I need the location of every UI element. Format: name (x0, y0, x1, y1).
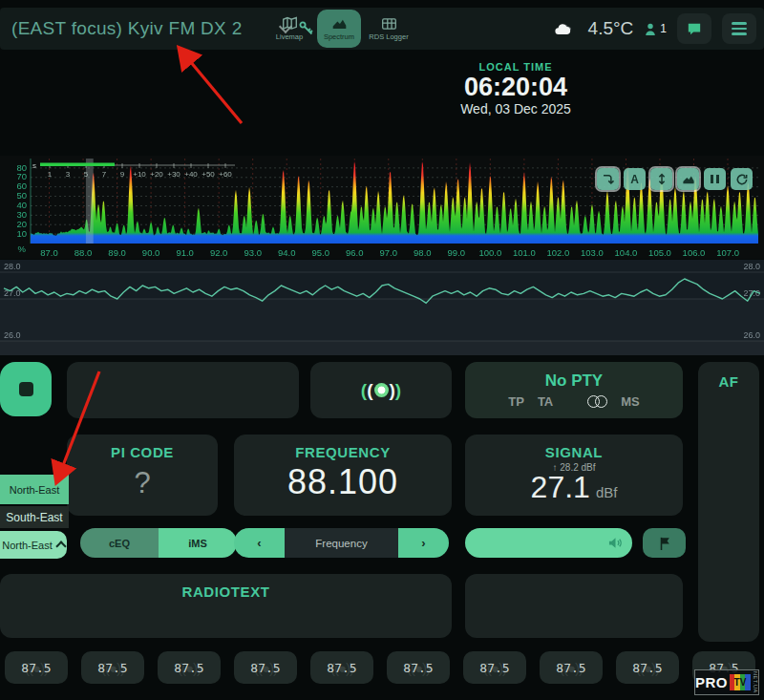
af-list-panel: AF (698, 362, 759, 642)
radiotext-panel: RADIOTEXT (0, 574, 452, 638)
refresh-icon (735, 173, 749, 186)
status-group: 4.5°C 1 (553, 8, 756, 50)
menu-button[interactable] (722, 13, 756, 44)
preset-button-8[interactable]: ((●))87.5 (540, 651, 603, 684)
preset-button-5[interactable]: ((●))87.5 (310, 651, 373, 684)
user-icon (644, 22, 657, 36)
chat-button[interactable] (677, 13, 711, 44)
flag-icon (658, 536, 671, 551)
pause-icon (711, 175, 719, 183)
listener-count: 1 (644, 22, 667, 36)
frequency-label: FREQUENCY (295, 444, 391, 460)
preset-button-4[interactable]: ((●))87.5 (234, 651, 297, 684)
signal-value: 27.1 (531, 473, 590, 501)
signal-label: SIGNAL (545, 444, 603, 460)
antenna-option-north-east[interactable]: North-East (0, 475, 69, 504)
rds-flags: TP TA MS (508, 394, 640, 409)
volume-slider[interactable] (465, 528, 632, 558)
antenna-option-south-east[interactable]: South-East (0, 506, 69, 528)
preset-button-7[interactable]: ((●))87.5 (463, 651, 526, 684)
hamburger-icon (732, 22, 747, 34)
chat-icon (687, 22, 702, 36)
pty-panel: No PTY TP TA MS (465, 362, 683, 418)
tp-flag: TP (508, 394, 524, 409)
arrow-turn-down-icon (601, 172, 615, 186)
audio-broadcast-button[interactable]: (()) (310, 362, 452, 418)
flag-report-button[interactable] (643, 528, 686, 558)
signal-panel: SIGNAL ↑ 28.2 dBf 27.1 dBf (465, 435, 683, 516)
page-title: (EAST focus) Kyiv FM DX 2 (11, 18, 243, 39)
top-nav: Livemap Spectrum RDS Logger (267, 8, 411, 50)
pi-code-panel: PI CODE ? (67, 435, 218, 516)
station-name-panel (67, 362, 299, 418)
chevron-up-icon (55, 541, 66, 551)
temperature: 4.5°C (588, 18, 634, 39)
tune-jump-button[interactable] (597, 168, 619, 190)
frequency-down-button[interactable]: ‹ (234, 528, 285, 558)
pi-code-value: ? (134, 466, 150, 500)
spectrum-toolbar: A (597, 168, 753, 190)
weather-cloud-icon (553, 20, 578, 37)
ms-flag: MS (621, 394, 640, 409)
arrows-up-down-icon (655, 172, 668, 186)
auto-mode-button[interactable]: A (624, 168, 646, 190)
preset-button-3[interactable]: ((●))87.5 (158, 651, 221, 684)
speaker-icon (607, 536, 624, 550)
table-grid-icon (381, 17, 397, 31)
letter-a-icon: A (630, 173, 639, 186)
extra-info-panel (465, 574, 683, 638)
protv-logo: PRO TV NET.UA (694, 669, 759, 695)
frequency-input[interactable]: Frequency (285, 528, 398, 558)
pause-button[interactable] (704, 168, 726, 190)
local-time-block: LOCAL TIME 06:20:04 Wed, 03 Dec 2025 (401, 61, 630, 117)
frequency-panel: FREQUENCY 88.100 (234, 435, 452, 516)
area-chart-icon (682, 174, 695, 185)
play-stop-button[interactable] (0, 362, 52, 416)
preset-button-9[interactable]: ((●))87.5 (616, 651, 679, 684)
signal-unit: dBf (596, 484, 618, 500)
preset-button-6[interactable]: ((●))87.5 (387, 651, 450, 684)
nav-spectrum[interactable]: Spectrum (317, 10, 361, 48)
stereo-icon (587, 395, 607, 408)
pty-value: No PTY (545, 371, 603, 391)
ta-flag: TA (538, 394, 553, 409)
broadcast-icon: (()) (361, 381, 401, 399)
ceq-toggle[interactable]: cEQ (80, 528, 159, 558)
pi-code-label: PI CODE (111, 444, 174, 460)
frequency-stepper: ‹ Frequency › (234, 528, 449, 558)
signal-history-graph (0, 260, 764, 355)
area-chart-icon (331, 17, 348, 31)
af-label: AF (698, 373, 759, 390)
frequency-up-button[interactable]: › (398, 528, 449, 558)
antenna-select[interactable]: North-East (0, 531, 67, 559)
nav-rds-logger[interactable]: RDS Logger (367, 10, 411, 48)
refresh-button[interactable] (731, 168, 753, 190)
local-date: Wed, 03 Dec 2025 (460, 101, 571, 117)
fmdx-webserver-app: (EAST focus) Kyiv FM DX 2 Livemap Spectr… (0, 0, 764, 700)
vertical-scale-button[interactable] (650, 168, 672, 190)
radiotext-label: RADIOTEXT (0, 583, 452, 600)
preset-button-2[interactable]: ((●))87.5 (81, 651, 144, 684)
frequency-value: 88.100 (287, 462, 398, 502)
local-time-label: LOCAL TIME (478, 61, 552, 73)
preset-button-1[interactable]: ((●))87.5 (5, 651, 68, 684)
eq-ims-toggle: cEQ iMS (80, 528, 237, 558)
stop-icon (19, 382, 33, 396)
map-icon (282, 16, 298, 31)
local-time-value: 06:20:04 (464, 73, 567, 101)
graph-style-button[interactable] (677, 168, 699, 190)
nav-livemap[interactable]: Livemap (267, 10, 311, 48)
ims-toggle[interactable]: iMS (159, 528, 237, 558)
antenna-selected-value: North-East (2, 540, 53, 551)
annotation-arrow-1 (180, 50, 242, 123)
